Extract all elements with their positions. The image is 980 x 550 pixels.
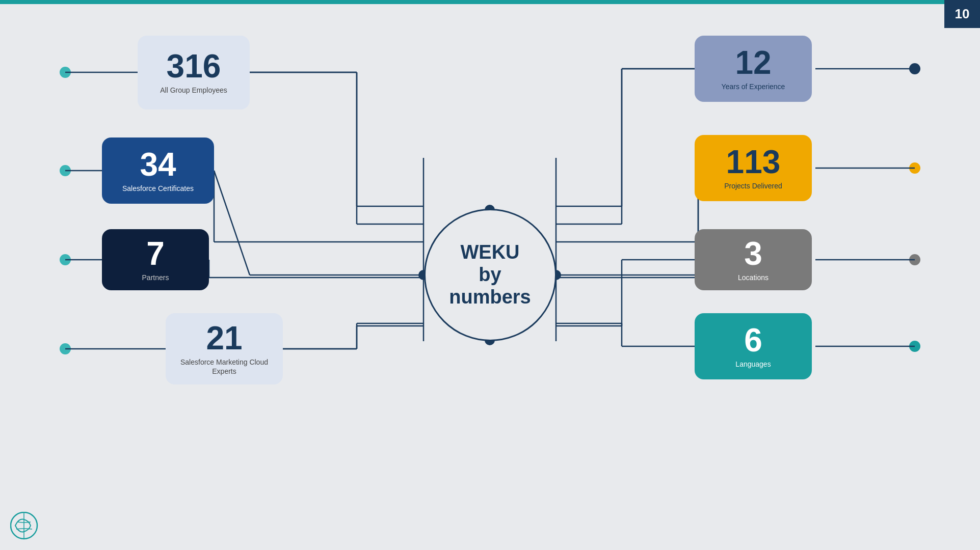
employees-number: 316 — [167, 50, 221, 82]
projects-label: Projects Delivered — [724, 181, 782, 190]
svg-line-21 — [250, 72, 423, 158]
svg-point-57 — [909, 254, 920, 265]
card-locations: 3 Locations — [695, 229, 812, 290]
experience-label: Years of Experience — [722, 82, 785, 91]
svg-point-58 — [909, 341, 920, 352]
languages-number: 6 — [744, 324, 762, 356]
svg-point-49 — [60, 254, 71, 265]
page-number: 10 — [944, 0, 980, 28]
card-partners: 7 Partners — [102, 229, 209, 290]
center-text: WEKU by numbers — [449, 241, 531, 308]
projects-number: 113 — [726, 146, 781, 178]
locations-number: 3 — [744, 237, 762, 270]
experience-number: 12 — [735, 46, 771, 79]
svg-point-56 — [909, 162, 920, 174]
partners-label: Partners — [142, 273, 169, 282]
languages-label: Languages — [735, 360, 771, 369]
card-certificates: 34 Salesforce Certificates — [102, 138, 214, 204]
svg-line-4 — [214, 171, 250, 275]
top-bar — [0, 0, 980, 4]
employees-label: All Group Employees — [160, 86, 227, 95]
logo — [10, 512, 38, 540]
svg-point-50 — [60, 343, 71, 354]
card-marketing: 21 Salesforce Marketing Cloud Experts — [166, 313, 283, 384]
card-languages: 6 Languages — [695, 313, 812, 379]
certificates-number: 34 — [140, 148, 176, 181]
svg-point-55 — [909, 63, 920, 74]
card-employees: 316 All Group Employees — [138, 36, 250, 109]
partners-number: 7 — [146, 237, 165, 270]
locations-label: Locations — [738, 273, 769, 282]
certificates-label: Salesforce Certificates — [122, 184, 194, 193]
card-experience: 12 Years of Experience — [695, 36, 812, 102]
marketing-number: 21 — [206, 322, 242, 354]
card-projects: 113 Projects Delivered — [695, 135, 812, 201]
center-circle: WEKU by numbers — [424, 209, 557, 341]
marketing-label: Salesforce Marketing Cloud Experts — [176, 358, 273, 376]
svg-point-48 — [60, 165, 71, 176]
svg-point-47 — [60, 67, 71, 78]
